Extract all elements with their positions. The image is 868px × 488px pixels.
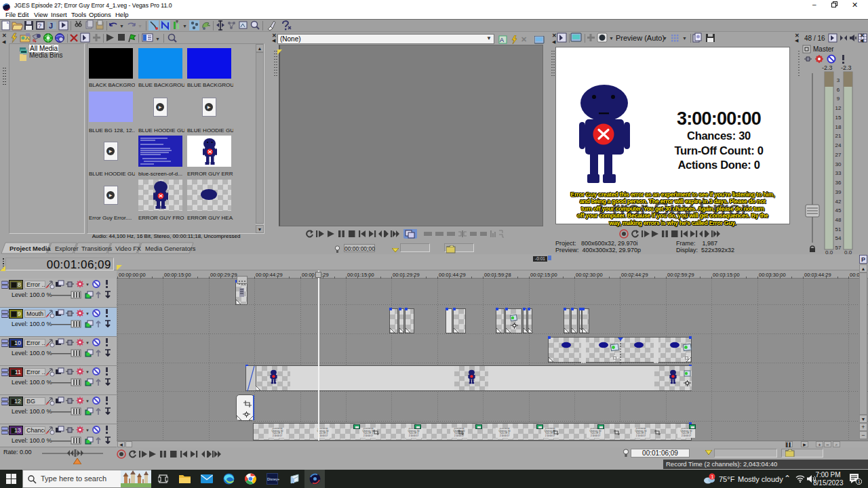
svg-text:A: A (500, 37, 504, 43)
svg-text:◀: ◀ (552, 39, 556, 44)
svg-text:▼: ▼ (85, 312, 90, 316)
svg-text:24: 24 (835, 142, 842, 148)
svg-text:▼: ▼ (138, 24, 142, 28)
svg-text:Transitions: Transitions (81, 245, 112, 252)
svg-text:1: 1 (711, 474, 714, 479)
svg-text:51: 51 (835, 226, 842, 232)
svg-text:▼: ▼ (85, 428, 90, 432)
svg-text:33: 33 (835, 170, 842, 176)
svg-text:Video FX: Video FX (115, 245, 141, 252)
svg-text:Master: Master (813, 45, 834, 53)
svg-text:21: 21 (835, 133, 842, 139)
svg-text:48: 48 (835, 217, 842, 223)
svg-text:Preview (Auto): Preview (Auto) (616, 34, 665, 42)
svg-text:Project Media: Project Media (9, 245, 51, 252)
svg-text:Media Generators: Media Generators (145, 245, 196, 252)
svg-text:▼: ▼ (663, 36, 667, 41)
svg-text:0.0: 0.0 (825, 249, 833, 255)
svg-text:45: 45 (835, 207, 842, 214)
svg-text:42: 42 (835, 199, 842, 205)
svg-text:▼: ▼ (182, 24, 187, 28)
svg-text:30: 30 (835, 161, 842, 167)
svg-text:18: 18 (835, 124, 842, 130)
svg-text:57: 57 (835, 245, 842, 251)
svg-text:1: 1 (858, 479, 861, 484)
svg-text:-2.3: -2.3 (822, 64, 833, 71)
svg-text:3: 3 (837, 77, 840, 83)
svg-text:▼: ▼ (85, 341, 90, 345)
svg-text:✕: ✕ (552, 33, 557, 39)
svg-text:-2.3: -2.3 (841, 64, 852, 71)
svg-text:39: 39 (835, 189, 842, 195)
svg-text:▼: ▼ (85, 283, 90, 287)
svg-text:15: 15 (835, 115, 842, 121)
svg-text:9: 9 (837, 96, 840, 102)
svg-text:▼: ▼ (85, 370, 90, 374)
svg-text:48 / 16: 48 / 16 (804, 35, 825, 42)
svg-text:▼: ▼ (155, 37, 160, 41)
svg-text:Explorer: Explorer (55, 245, 79, 252)
svg-text:▼: ▼ (85, 399, 90, 403)
svg-text:6: 6 (837, 87, 840, 93)
svg-text:J: J (49, 22, 53, 30)
svg-text:12: 12 (835, 105, 842, 111)
svg-text:0.0: 0.0 (844, 249, 852, 255)
svg-text:✕: ✕ (2, 33, 7, 39)
svg-text:▼: ▼ (609, 36, 614, 41)
svg-text:?: ? (38, 22, 41, 29)
svg-text:◀: ◀ (2, 39, 6, 44)
svg-text:27: 27 (835, 152, 842, 158)
svg-text:54: 54 (835, 235, 842, 241)
svg-text:▼: ▼ (119, 24, 124, 28)
svg-text:▼: ▼ (682, 36, 687, 41)
svg-text:36: 36 (835, 180, 842, 186)
